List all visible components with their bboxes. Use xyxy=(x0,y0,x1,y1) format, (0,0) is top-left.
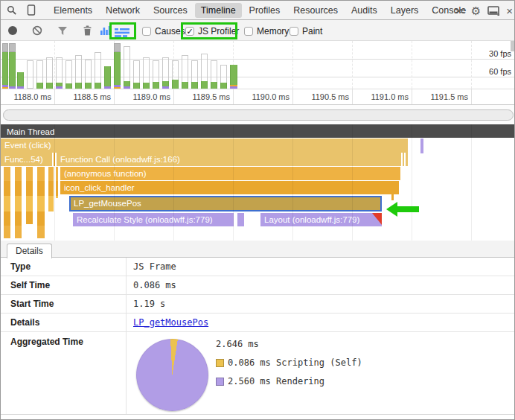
frame-frame[interactable] xyxy=(237,213,244,226)
tab-network[interactable]: Network xyxy=(100,3,146,18)
device-mode-icon[interactable] xyxy=(23,2,39,19)
legend-swatch xyxy=(216,378,224,386)
details-row-value: 1.19 s xyxy=(133,299,165,309)
fps-bar-green xyxy=(133,83,140,89)
details-row-label: Details xyxy=(10,317,39,328)
overview-gridline xyxy=(292,41,293,89)
fps-bar-green xyxy=(220,83,227,89)
aggregated-time-row: Aggregated Time 2.646 ms 0.086 ms Script… xyxy=(1,332,515,415)
timeline-pan-track xyxy=(1,105,515,124)
frame-recalculate-style-onloadwff-js-779[interactable]: Recalculate Style (onloadwff.js:779) xyxy=(73,213,234,226)
checkbox-causes[interactable]: Causes xyxy=(142,25,185,36)
details-row-start-time: Start Time1.19 s xyxy=(1,295,515,314)
checkbox-box-paint[interactable] xyxy=(290,27,298,36)
frame-layout-onloadwff-js-779[interactable]: Layout (onloadwff.js:779) xyxy=(260,213,382,226)
fps-bar-green xyxy=(104,66,111,89)
tabbar-right-controls: >≡ ⚙ × xyxy=(455,1,513,20)
aggregated-time-pie-chart xyxy=(136,339,208,411)
fps-label-30: 30 fps xyxy=(474,49,511,58)
fps-bar-cap xyxy=(2,43,8,52)
details-row-value: 0.086 ms xyxy=(133,280,176,290)
ruler-tick xyxy=(471,89,472,104)
console-drawer-icon[interactable]: >≡ xyxy=(455,6,464,16)
annotation-box-js-profiler xyxy=(181,22,237,39)
timeline-pan-thumb[interactable] xyxy=(3,109,514,121)
details-row-value: JS Frame xyxy=(133,261,176,272)
tab-profiles[interactable]: Profiles xyxy=(243,3,287,18)
fps-bar-green xyxy=(36,83,43,89)
details-row-label: Self Time xyxy=(10,280,50,290)
fps-bar-green xyxy=(65,83,72,89)
ruler-tick-label: 1188.5 ms xyxy=(51,92,111,101)
overview-corner xyxy=(511,41,515,51)
frame-func-54[interactable]: Func...54) xyxy=(1,153,52,166)
details-row-details: DetailsLP_getMousePos xyxy=(1,314,515,332)
flame-fragment xyxy=(420,139,423,153)
tab-details[interactable]: Details xyxy=(7,244,52,258)
annotation-arrow-shaft xyxy=(397,206,419,212)
fps-overview-chart[interactable]: 30 fps 60 fps xyxy=(1,41,515,89)
flame-stripe xyxy=(4,167,10,238)
fps-bar-green xyxy=(211,82,217,89)
checkbox-paint[interactable]: Paint xyxy=(290,25,322,36)
fps-bar-green xyxy=(114,52,121,89)
checkbox-memory[interactable]: Memory xyxy=(244,25,289,36)
tab-audits[interactable]: Audits xyxy=(345,3,383,18)
filter-icon[interactable] xyxy=(57,25,68,36)
fps-bar-green xyxy=(182,82,188,89)
tab-resources[interactable]: Resources xyxy=(287,3,344,18)
fps-bar-base xyxy=(114,85,121,87)
fps-bar-base xyxy=(2,85,8,87)
checkbox-label-paint: Paint xyxy=(302,26,322,36)
flame-fragment xyxy=(54,153,55,166)
ruler-tick-label: 1188.0 ms xyxy=(0,92,51,101)
fps-bar-green xyxy=(153,82,159,89)
details-row-label: Start Time xyxy=(10,299,54,309)
trash-icon[interactable] xyxy=(83,25,94,36)
tab-elements[interactable]: Elements xyxy=(48,3,98,18)
ruler-tick-label: 1189.5 ms xyxy=(170,92,230,101)
search-icon[interactable] xyxy=(4,2,20,19)
overview-gridline xyxy=(412,41,412,89)
annotation-box-flame-icon xyxy=(109,22,136,39)
frame-function-call-onloadwff-js-166[interactable]: Function Call (onloadwff.js:166) xyxy=(57,153,408,166)
frame-icon-click-handler[interactable]: icon_click_handler xyxy=(60,181,399,194)
fps-bar-green xyxy=(143,83,150,89)
flame-stripe xyxy=(26,167,33,224)
fps-bar-cap xyxy=(9,43,16,52)
fps-bar-green xyxy=(172,80,179,89)
clear-icon[interactable] xyxy=(32,25,43,36)
fps-bar-green xyxy=(85,83,92,89)
details-link[interactable]: LP_getMousePos xyxy=(133,317,208,328)
frame-event-click[interactable]: Event (click) xyxy=(1,139,408,153)
fps-bar-green xyxy=(9,52,16,89)
flame-stripe xyxy=(37,167,45,238)
flame-chart[interactable]: Event (click)Func...54)Function Call (on… xyxy=(1,138,515,241)
flame-stripe xyxy=(56,167,58,198)
close-icon[interactable]: × xyxy=(506,5,513,16)
details-tab-strip: Details xyxy=(1,241,515,258)
record-icon[interactable] xyxy=(7,25,19,36)
checkbox-box-memory[interactable] xyxy=(244,27,253,36)
tab-timeline[interactable]: Timeline xyxy=(195,3,242,18)
gear-icon[interactable]: ⚙ xyxy=(471,5,481,16)
details-row-type: TypeJS Frame xyxy=(1,258,515,276)
tab-sources[interactable]: Sources xyxy=(147,3,193,18)
flame-stripe xyxy=(15,167,22,238)
legend-text: 0.086 ms Scripting (Self) xyxy=(228,357,362,368)
frame-lp-getmousepos[interactable]: LP_getMousePos xyxy=(69,196,382,211)
main-thread-label: Main Thread xyxy=(7,127,54,136)
flame-stripe xyxy=(48,167,54,211)
time-ruler: 1188.0 ms1188.5 ms1189.0 ms1189.5 ms1190… xyxy=(1,89,515,105)
details-row-label: Type xyxy=(10,261,31,272)
fps-frame-outline xyxy=(27,60,33,89)
fps-bar-cap xyxy=(114,43,121,52)
tab-layers[interactable]: Layers xyxy=(385,3,425,18)
checkbox-box-causes[interactable] xyxy=(142,27,151,36)
dock-side-icon[interactable] xyxy=(487,6,499,16)
frame-anonymous-function[interactable]: (anonymous function) xyxy=(60,167,400,180)
main-thread-header[interactable]: Main Thread xyxy=(1,124,515,138)
fps-bar-green xyxy=(75,83,82,89)
timeline-toolbar: Causes✓JS ProfilerMemoryPaint xyxy=(1,20,515,41)
fps-bar-green xyxy=(2,52,8,89)
